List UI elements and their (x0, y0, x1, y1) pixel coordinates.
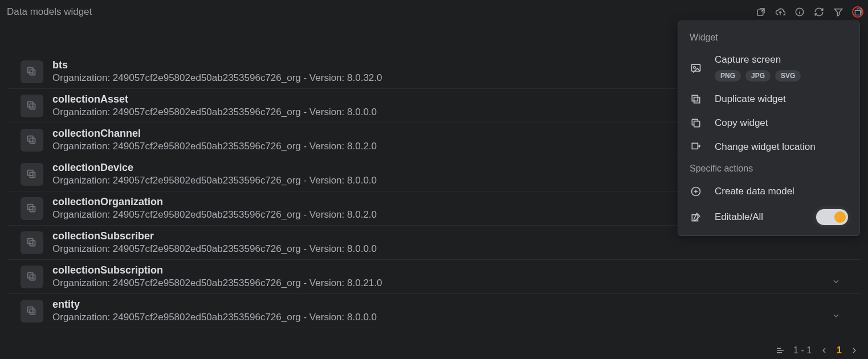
menu-section-specific: Specific actions (678, 159, 859, 180)
widget-menu: Widget Capture screen PNG JPG SVG Duplic… (678, 21, 860, 236)
menu-item-label: Copy widget (715, 117, 848, 129)
duplicate-icon (690, 93, 702, 105)
menu-item-create-data-model[interactable]: Create data model (678, 180, 859, 203)
svg-point-20 (694, 67, 695, 68)
menu-item-label: Capture screen (715, 54, 848, 66)
list-item[interactable]: entityOrganization: 249057cf2e95802ed50a… (7, 294, 861, 328)
move-icon (690, 141, 702, 153)
edit-icon (690, 211, 702, 223)
widget-menu-icon[interactable] (852, 6, 863, 18)
data-model-icon (21, 266, 43, 288)
menu-item-duplicate-widget[interactable]: Duplicate widget (678, 87, 859, 111)
menu-item-label: Create data model (715, 186, 848, 197)
svg-rect-6 (30, 104, 35, 109)
image-icon (690, 62, 702, 74)
editable-toggle[interactable] (816, 209, 848, 225)
badge-png[interactable]: PNG (715, 70, 741, 81)
open-external-icon[interactable] (755, 6, 767, 18)
menu-item-editable-toggle[interactable]: Editable/All (678, 203, 859, 231)
prev-page-icon[interactable] (820, 346, 829, 355)
data-model-icon (21, 95, 43, 117)
menu-section-widget: Widget (678, 28, 859, 48)
pagination-footer: 1 - 1 1 (775, 345, 859, 356)
menu-item-label: Editable/All (715, 211, 804, 223)
refresh-icon[interactable] (813, 6, 825, 18)
page-range: 1 - 1 (793, 345, 812, 356)
next-page-icon[interactable] (850, 346, 859, 355)
page-title: Data models widget (7, 6, 92, 18)
menu-item-label: Change widget location (715, 141, 848, 153)
info-icon[interactable] (794, 6, 805, 18)
page-current: 1 (837, 345, 842, 356)
list-item-name: collectionSubscription (52, 264, 854, 276)
badge-jpg[interactable]: JPG (745, 70, 771, 81)
menu-item-change-location[interactable]: Change widget location (678, 135, 859, 159)
copy-icon (690, 117, 702, 129)
upload-cloud-icon[interactable] (775, 6, 786, 18)
svg-rect-18 (30, 309, 35, 314)
data-model-icon (21, 300, 43, 323)
data-model-icon (21, 129, 43, 152)
svg-rect-23 (694, 121, 700, 127)
list-item-subtitle: Organization: 249057cf2e95802ed50ab23535… (52, 243, 854, 255)
data-model-icon (21, 60, 43, 83)
menu-item-copy-widget[interactable]: Copy widget (678, 111, 859, 135)
list-item-subtitle: Organization: 249057cf2e95802ed50ab23535… (52, 312, 854, 323)
data-model-icon (21, 163, 43, 186)
menu-item-capture-screen[interactable]: Capture screen PNG JPG SVG (678, 48, 859, 87)
plus-circle-icon (690, 185, 702, 198)
menu-item-label: Duplicate widget (715, 93, 848, 105)
svg-rect-24 (692, 143, 698, 149)
data-model-icon (21, 197, 43, 220)
chevron-down-icon[interactable] (832, 277, 841, 288)
chevron-down-icon[interactable] (832, 311, 841, 322)
badge-svg[interactable]: SVG (775, 70, 801, 81)
list-icon[interactable] (775, 345, 785, 356)
filter-icon[interactable] (833, 6, 844, 18)
svg-rect-22 (694, 97, 700, 103)
list-item[interactable]: collectionSubscriptionOrganization: 2490… (7, 260, 861, 294)
data-model-icon (21, 231, 43, 254)
list-item-text: entityOrganization: 249057cf2e95802ed50a… (52, 299, 854, 323)
list-item-name: entity (52, 299, 854, 311)
svg-rect-8 (30, 138, 35, 143)
list-item-text: collectionSubscriptionOrganization: 2490… (52, 264, 854, 289)
toolbar (755, 6, 861, 18)
list-item-subtitle: Organization: 249057cf2e95802ed50ab23535… (52, 278, 854, 289)
svg-rect-21 (692, 95, 698, 101)
svg-rect-2 (855, 10, 860, 15)
